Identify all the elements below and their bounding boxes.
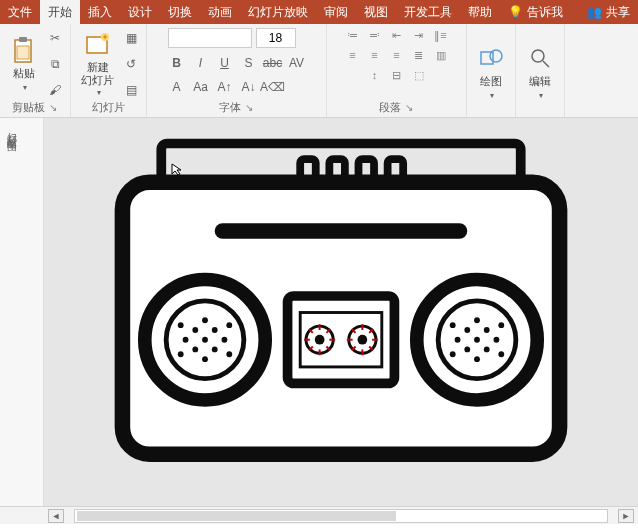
svg-point-49 — [315, 335, 325, 345]
svg-point-33 — [474, 317, 480, 323]
dialog-launcher-icon[interactable]: ↘ — [403, 102, 415, 113]
tab-animation[interactable]: 动画 — [200, 0, 240, 24]
align-text-button[interactable]: ⊟ — [389, 68, 405, 82]
drawing-label: 绘图 — [480, 74, 502, 89]
svg-point-41 — [474, 356, 480, 362]
svg-point-19 — [192, 327, 198, 333]
chevron-down-icon: ▾ — [23, 83, 27, 92]
tab-view[interactable]: 视图 — [356, 0, 396, 24]
tab-design[interactable]: 设计 — [120, 0, 160, 24]
tab-review[interactable]: 审阅 — [316, 0, 356, 24]
drawing-button[interactable]: 绘图 ▾ — [473, 42, 509, 102]
svg-point-35 — [484, 327, 490, 333]
ribbon-tabs: 文件 开始 插入 设计 切换 动画 幻灯片放映 审阅 视图 开发工具 帮助 💡 … — [0, 0, 638, 24]
svg-point-42 — [450, 322, 456, 328]
indent-dec-button[interactable]: ⇤ — [389, 28, 405, 42]
slide-canvas[interactable] — [44, 118, 638, 506]
svg-point-6 — [490, 50, 502, 62]
grow-font-button[interactable]: A↑ — [216, 78, 234, 96]
align-right-button[interactable]: ≡ — [389, 48, 405, 62]
dialog-launcher-icon[interactable]: ↘ — [47, 102, 59, 113]
format-painter-icon[interactable]: 🖌 — [46, 81, 64, 99]
scroll-right-button[interactable]: ► — [618, 509, 634, 523]
bullets-button[interactable]: ≔ — [345, 28, 361, 42]
indent-inc-button[interactable]: ⇥ — [411, 28, 427, 42]
smartart-button[interactable]: ⬚ — [411, 68, 427, 82]
scroll-track[interactable] — [74, 509, 608, 523]
text-direction-button[interactable]: ↕ — [367, 68, 383, 82]
justify-button[interactable]: ≣ — [411, 48, 427, 62]
svg-point-25 — [212, 347, 218, 353]
thumbnail-pane[interactable]: 幻灯片缩略图 — [0, 118, 44, 506]
svg-point-36 — [455, 337, 461, 343]
underline-button[interactable]: U — [216, 54, 234, 72]
svg-point-38 — [494, 337, 500, 343]
boombox-illustration[interactable] — [61, 126, 621, 466]
tab-help[interactable]: 帮助 — [460, 0, 500, 24]
chevron-down-icon: ▾ — [97, 88, 101, 97]
layout-icon[interactable]: ▦ — [122, 29, 140, 47]
chevron-down-icon: ▾ — [539, 91, 543, 100]
copy-icon[interactable]: ⧉ — [46, 55, 64, 73]
paste-button[interactable]: 粘贴 ▾ — [6, 34, 42, 94]
tell-me[interactable]: 💡 告诉我 — [500, 0, 571, 24]
share-button[interactable]: 👥 共享 — [579, 0, 638, 24]
group-clipboard: 粘贴 ▾ ✂ ⧉ 🖌 剪贴板↘ — [0, 24, 71, 117]
dialog-launcher-icon[interactable]: ↘ — [243, 102, 255, 113]
shadow-button[interactable]: S — [240, 54, 258, 72]
reset-icon[interactable]: ↺ — [122, 55, 140, 73]
thumbnail-pane-label: 幻灯片缩略图 — [0, 118, 22, 142]
new-slide-icon — [84, 31, 112, 59]
line-spacing-button[interactable]: ‖≡ — [433, 28, 449, 42]
svg-point-20 — [212, 327, 218, 333]
align-center-button[interactable]: ≡ — [367, 48, 383, 62]
tab-home[interactable]: 开始 — [40, 0, 80, 24]
font-color-button[interactable]: A — [168, 78, 186, 96]
change-case-button[interactable]: Aa — [192, 78, 210, 96]
clipboard-icon — [10, 36, 38, 64]
editing-button[interactable]: 编辑 ▾ — [522, 42, 558, 102]
share-label: 共享 — [606, 4, 630, 21]
font-name-input[interactable] — [168, 28, 252, 48]
svg-line-8 — [543, 61, 549, 67]
horizontal-scrollbar[interactable]: ◄ ► — [0, 506, 638, 524]
tab-insert[interactable]: 插入 — [80, 0, 120, 24]
scroll-thumb[interactable] — [77, 511, 396, 521]
clear-format-button[interactable]: A⌫ — [264, 78, 282, 96]
svg-point-18 — [202, 317, 208, 323]
scroll-left-button[interactable]: ◄ — [48, 509, 64, 523]
bold-button[interactable]: B — [168, 54, 186, 72]
svg-point-34 — [464, 327, 470, 333]
font-size-input[interactable]: 18 — [256, 28, 296, 48]
columns-button[interactable]: ▥ — [433, 48, 449, 62]
section-icon[interactable]: ▤ — [122, 81, 140, 99]
edit-area: 幻灯片缩略图 — [0, 118, 638, 506]
group-editing: 编辑 ▾ — [516, 24, 565, 117]
italic-button[interactable]: I — [192, 54, 210, 72]
svg-point-26 — [202, 356, 208, 362]
svg-rect-15 — [215, 223, 468, 239]
chevron-down-icon: ▾ — [490, 91, 494, 100]
strike-button[interactable]: abc — [264, 54, 282, 72]
align-left-button[interactable]: ≡ — [345, 48, 361, 62]
lightbulb-icon: 💡 — [508, 5, 523, 19]
svg-point-43 — [498, 322, 504, 328]
svg-rect-2 — [17, 46, 29, 59]
tab-slideshow[interactable]: 幻灯片放映 — [240, 0, 316, 24]
cut-icon[interactable]: ✂ — [46, 29, 64, 47]
tab-dev[interactable]: 开发工具 — [396, 0, 460, 24]
tab-transition[interactable]: 切换 — [160, 0, 200, 24]
spacing-button[interactable]: AV — [288, 54, 306, 72]
svg-point-30 — [226, 351, 232, 357]
numbering-button[interactable]: ≕ — [367, 28, 383, 42]
paste-label: 粘贴 — [13, 66, 35, 81]
svg-point-21 — [183, 337, 189, 343]
shapes-icon — [477, 44, 505, 72]
new-slide-button[interactable]: 新建 幻灯片 ▾ — [77, 29, 118, 98]
group-drawing: 绘图 ▾ — [467, 24, 516, 117]
shrink-font-button[interactable]: A↓ — [240, 78, 258, 96]
svg-point-27 — [178, 322, 184, 328]
new-slide-label: 新建 幻灯片 — [81, 61, 114, 85]
group-label-slides: 幻灯片 — [92, 100, 125, 115]
tab-file[interactable]: 文件 — [0, 0, 40, 24]
